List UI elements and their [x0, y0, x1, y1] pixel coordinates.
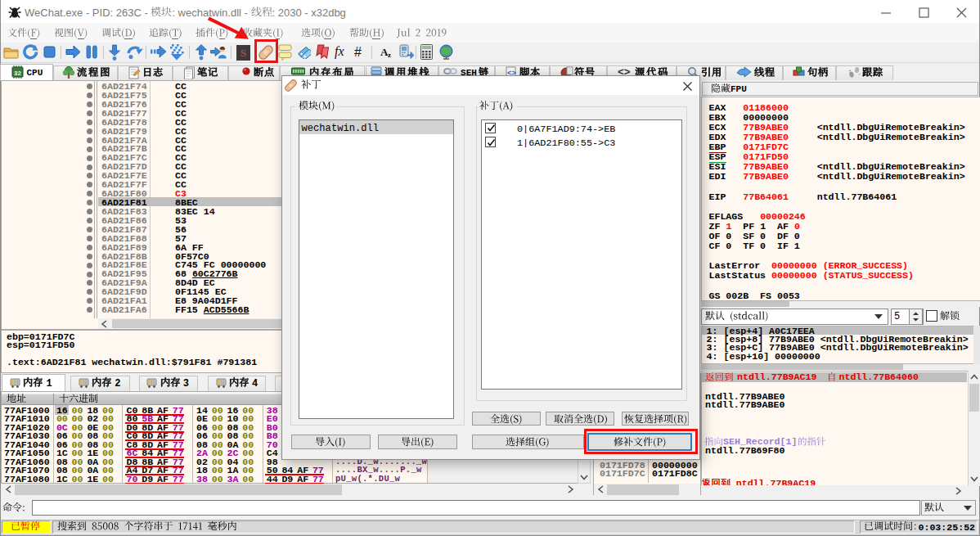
svg-text:#: #: [354, 45, 362, 59]
svg-text:z: z: [388, 51, 391, 59]
svg-text:S: S: [240, 47, 246, 59]
svg-text:fx: fx: [335, 44, 344, 59]
svg-text:32: 32: [14, 70, 21, 77]
